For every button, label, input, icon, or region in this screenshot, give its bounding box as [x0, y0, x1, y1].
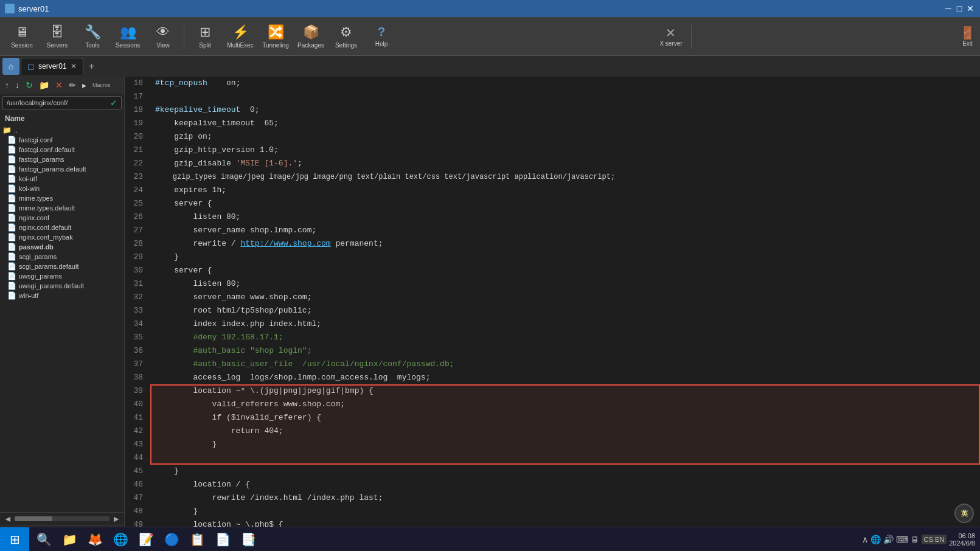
toolbar-servers[interactable]: 🗄 Servers — [40, 19, 74, 54]
taskbar-pdf[interactable]: 📑 — [236, 528, 260, 550]
monitor-icon[interactable]: 🖥 — [911, 535, 919, 544]
volume-icon[interactable]: 🔊 — [883, 535, 894, 544]
sidebar-sync-btn[interactable]: ↻ — [23, 79, 35, 91]
sidebar-download-btn[interactable]: ↓ — [13, 79, 22, 91]
taskbar-search[interactable]: 🔍 — [32, 528, 56, 550]
taskbar-app2[interactable]: 📋 — [185, 528, 209, 550]
list-item-mime-types-default[interactable]: 📄 mime.types.default — [0, 203, 124, 213]
list-item-nginx-conf-mybak[interactable]: 📄 nginx.conf_mybak — [0, 232, 124, 242]
list-item-uwsgi-params-default[interactable]: 📄 uwsgi_params.default — [0, 281, 124, 291]
list-item-scgi-params[interactable]: 📄 scgi_params — [0, 252, 124, 262]
code-line-23: gzip_types image/jpeg image/jpg image/pn… — [150, 170, 980, 184]
multiexec-icon: ⚡ — [232, 24, 249, 40]
toolbar-settings[interactable]: ⚙ Settings — [329, 19, 363, 54]
exit-button[interactable]: 🚪 Exit — [955, 26, 975, 47]
keyboard-icon[interactable]: ⌨ — [896, 535, 908, 544]
list-item-nginx-conf-default[interactable]: 📄 nginx.conf.default — [0, 223, 124, 232]
windows-icon: ⊞ — [10, 532, 20, 547]
code-line-46: location / { — [150, 478, 980, 491]
list-item-uwsgi-params[interactable]: 📄 uwsgi_params — [0, 271, 124, 281]
date-display: 2024/6/8 — [949, 539, 975, 547]
app1-icon: 🔵 — [164, 532, 179, 547]
code-line-40: valid_referers www.shop.com; — [150, 398, 980, 411]
tab-close-button[interactable]: ✕ — [71, 62, 77, 71]
toolbar-tools[interactable]: 🔧 Tools — [75, 19, 109, 54]
sidebar-new-folder-btn[interactable]: 📁 — [36, 79, 52, 91]
list-item-koi-win[interactable]: 📄 koi-win — [0, 184, 124, 193]
files-icon: 📁 — [62, 532, 77, 547]
list-item-mime-types[interactable]: 📄 mime.types — [0, 193, 124, 203]
list-item-fastcgi-params-default[interactable]: 📄 fastcgi_params.default — [0, 164, 124, 174]
taskbar-files[interactable]: 📁 — [57, 528, 82, 550]
list-item-fastcgi-params[interactable]: 📄 fastcgi_params — [0, 154, 124, 164]
tab-add-button[interactable]: + — [85, 59, 99, 74]
show-hidden-icon[interactable]: ∧ — [862, 535, 868, 544]
list-item-passwd-db[interactable]: 📄 passwd.db — [0, 242, 124, 252]
sidebar-macro-btn[interactable]: Macros — [90, 81, 113, 89]
input-language[interactable]: CS EN — [922, 535, 947, 544]
file-name: koi-utf — [19, 175, 37, 182]
list-item-win-utf[interactable]: 📄 win-utf — [0, 291, 124, 300]
toolbar-session[interactable]: 🖥 Session — [5, 19, 39, 54]
x-server-label: X server — [659, 40, 682, 47]
taskbar-items: 🔍 📁 🦊 🌐 📝 🔵 📋 📄 📑 — [29, 528, 857, 550]
toolbar-sessions-label: Sessions — [116, 42, 141, 49]
ime-text: 英 — [961, 509, 968, 518]
code-line-28: rewrite / http://www.shop.com permanent; — [150, 237, 980, 251]
taskbar-app3[interactable]: 📄 — [210, 528, 235, 550]
toolbar-tunneling[interactable]: 🔀 Tunneling — [259, 19, 293, 54]
path-input[interactable] — [7, 99, 110, 106]
list-item-scgi-params-default[interactable]: 📄 scgi_params.default — [0, 262, 124, 271]
sidebar-more-btn[interactable]: ▸ — [80, 79, 89, 91]
toolbar-view[interactable]: 👁 View — [146, 19, 180, 54]
line-numbers: 16 17 18 19 20 21 22 23 24 25 26 27 28 2… — [125, 77, 150, 536]
code-line-43: } — [150, 438, 980, 451]
code-line-31: listen 80; — [150, 277, 980, 291]
sidebar-refresh-btn[interactable]: ↑ — [2, 79, 12, 91]
close-button[interactable]: ✕ — [965, 4, 975, 13]
toolbar-help-label: Help — [375, 41, 388, 47]
file-name: win-utf — [19, 292, 38, 299]
hscroll-right-btn[interactable]: ► — [109, 514, 123, 524]
minimize-button[interactable]: ─ — [944, 4, 953, 13]
main-area: ↑ ↓ ↻ 📁 ✕ ✏ ▸ Macros ✓ Name 📁 .. 📄 fastc… — [0, 77, 980, 551]
packages-icon: 📦 — [303, 24, 319, 40]
hscroll-track[interactable] — [15, 516, 109, 521]
servers-icon: 🗄 — [50, 24, 64, 40]
code-line-22: gzip_disable 'MSIE [1-6].'; — [150, 157, 980, 170]
list-item-fastcgi-conf-default[interactable]: 📄 fastcgi.conf.default — [0, 145, 124, 154]
hscroll-left-btn[interactable]: ◄ — [1, 514, 15, 524]
list-item-nginx-conf[interactable]: 📄 nginx.conf — [0, 213, 124, 223]
toolbar-tools-label: Tools — [85, 42, 99, 49]
toolbar-help[interactable]: ? Help — [364, 19, 398, 54]
list-item-fastcgi-conf[interactable]: 📄 fastcgi.conf — [0, 135, 124, 145]
start-button[interactable]: ⊞ — [0, 527, 29, 552]
titlebar: server01 ─ □ ✕ — [0, 0, 980, 17]
sidebar-edit-btn[interactable]: ✏ — [66, 79, 78, 91]
ime-indicator[interactable]: 英 — [954, 504, 974, 523]
view-icon: 👁 — [156, 24, 170, 40]
toolbar-sessions[interactable]: 👥 Sessions — [111, 19, 145, 54]
file-icon: 📄 — [7, 213, 16, 222]
maximize-button[interactable]: □ — [954, 4, 964, 13]
tab-server01[interactable]: ◻ server01 ✕ — [21, 58, 83, 75]
taskbar-app1[interactable]: 🔵 — [159, 528, 184, 550]
list-item-parent[interactable]: 📁 .. — [0, 125, 124, 135]
tab-home-button[interactable]: ⌂ — [2, 58, 19, 75]
file-icon: 📄 — [7, 243, 16, 251]
toolbar-packages[interactable]: 📦 Packages — [294, 19, 328, 54]
taskbar-ie[interactable]: 🌐 — [108, 528, 133, 550]
app-icon — [5, 4, 15, 13]
sidebar-delete-btn[interactable]: ✕ — [53, 79, 65, 91]
taskbar-notepad[interactable]: 📝 — [134, 528, 158, 550]
taskbar-firefox[interactable]: 🦊 — [83, 528, 107, 550]
toolbar-packages-label: Packages — [297, 42, 324, 49]
file-icon: 📄 — [7, 204, 16, 212]
time-display: 06:08 — [949, 532, 975, 539]
x-server-button[interactable]: ✕ X server — [659, 26, 687, 47]
code-line-27: server_name shop.lnmp.com; — [150, 224, 980, 237]
network-icon[interactable]: 🌐 — [871, 535, 881, 544]
toolbar-multiexec[interactable]: ⚡ MultiExec — [223, 19, 257, 54]
list-item-koi-utf[interactable]: 📄 koi-utf — [0, 174, 124, 184]
toolbar-split[interactable]: ⊞ Split — [188, 19, 222, 54]
